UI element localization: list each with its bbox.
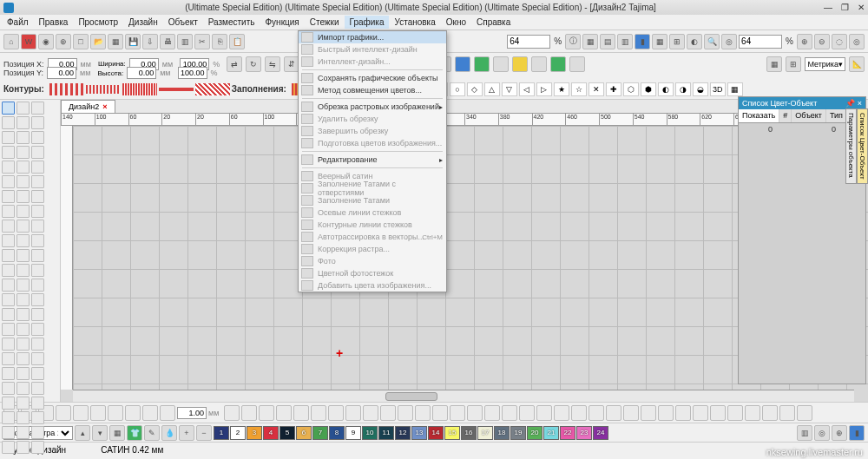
tool-21[interactable] bbox=[2, 205, 15, 218]
tool-26[interactable] bbox=[31, 220, 44, 233]
color-swatch-3[interactable]: 3 bbox=[247, 426, 262, 440]
tool-50[interactable] bbox=[31, 338, 44, 351]
tool-22[interactable] bbox=[16, 205, 30, 218]
tool-60[interactable] bbox=[2, 397, 15, 410]
tool-54[interactable] bbox=[2, 367, 15, 380]
color-swatch-14[interactable]: 14 bbox=[428, 426, 444, 440]
color-swatch-22[interactable]: 22 bbox=[560, 426, 575, 440]
tool-33[interactable] bbox=[2, 264, 15, 277]
maximize-button[interactable]: ❐ bbox=[841, 3, 849, 12]
bottom-tool-35[interactable] bbox=[658, 405, 674, 421]
balloon-icon[interactable]: ◉ bbox=[38, 34, 54, 49]
tool-46[interactable] bbox=[16, 323, 30, 336]
tool-70[interactable] bbox=[16, 441, 30, 454]
tool-14[interactable] bbox=[31, 161, 44, 174]
tool-16[interactable] bbox=[16, 175, 30, 188]
fill-pattern-21[interactable]: ◒ bbox=[693, 82, 708, 96]
bottom-tool-42[interactable] bbox=[779, 405, 795, 421]
tool-56[interactable] bbox=[31, 367, 44, 380]
fill-pattern-18[interactable]: ⬢ bbox=[641, 82, 656, 96]
bottom-tool-37[interactable] bbox=[693, 405, 708, 421]
color-swatch-9[interactable]: 9 bbox=[345, 426, 361, 440]
close-button[interactable]: ✕ bbox=[858, 3, 865, 12]
paste-icon[interactable]: 📋 bbox=[229, 34, 245, 49]
menu-правка[interactable]: Правка bbox=[34, 16, 74, 29]
fill-pattern-23[interactable]: ▦ bbox=[727, 82, 743, 96]
palette-spool-icon[interactable]: ▮ bbox=[849, 425, 865, 441]
minimize-button[interactable]: — bbox=[824, 3, 832, 12]
bottom-tool-28[interactable] bbox=[536, 405, 552, 421]
metric-button[interactable]: Метрика ▾ bbox=[805, 57, 845, 71]
palette-end1-icon[interactable]: ▥ bbox=[797, 425, 812, 441]
bottom-tool-4[interactable] bbox=[73, 405, 89, 421]
tool-10[interactable] bbox=[16, 146, 30, 159]
tab-close-icon[interactable]: × bbox=[102, 102, 107, 111]
bottom-tool-38[interactable] bbox=[710, 405, 726, 421]
spacing-input[interactable] bbox=[177, 407, 207, 419]
bottom-tool-20[interactable] bbox=[398, 405, 413, 421]
color-swatch-2[interactable]: 2 bbox=[230, 426, 246, 440]
contour-dashed-icon[interactable] bbox=[49, 83, 84, 95]
color-swatch-12[interactable]: 12 bbox=[395, 426, 411, 440]
zoomout-icon[interactable]: ⊖ bbox=[814, 34, 830, 49]
bottom-tool-13[interactable] bbox=[276, 405, 292, 421]
bottom-tool-33[interactable] bbox=[623, 405, 639, 421]
tool-40[interactable] bbox=[16, 293, 30, 306]
palette-tshirt-icon[interactable]: 👕 bbox=[127, 425, 142, 441]
tool-3[interactable] bbox=[2, 116, 15, 129]
bottom-tool-17[interactable] bbox=[345, 405, 361, 421]
color-swatch-5[interactable]: 5 bbox=[279, 426, 295, 440]
ruler-icon[interactable]: ⊞ bbox=[669, 34, 685, 49]
menu-item-4[interactable]: Сохранять графические объекты bbox=[299, 72, 446, 84]
tool-51[interactable] bbox=[2, 352, 15, 365]
tool-9[interactable] bbox=[2, 146, 15, 159]
bottom-tool-14[interactable] bbox=[293, 405, 309, 421]
color-swatch-16[interactable]: 16 bbox=[461, 426, 477, 440]
palette-tool1-icon[interactable]: ▦ bbox=[109, 425, 125, 441]
tool-11[interactable] bbox=[31, 146, 44, 159]
tool-38[interactable] bbox=[31, 279, 44, 292]
tool-19[interactable] bbox=[16, 190, 30, 203]
tool-63[interactable] bbox=[2, 411, 15, 424]
color-swatch-13[interactable]: 13 bbox=[411, 426, 427, 440]
color-swatch-1[interactable]: 1 bbox=[214, 426, 229, 440]
bottom-tool-30[interactable] bbox=[571, 405, 587, 421]
bottom-tool-39[interactable] bbox=[727, 405, 743, 421]
menu-item-12[interactable]: Редактирование▸ bbox=[299, 154, 446, 166]
brand-icon[interactable]: W bbox=[21, 34, 36, 49]
panel-col-2[interactable]: Объект bbox=[792, 109, 826, 122]
menu-объект[interactable]: Объект bbox=[163, 16, 203, 29]
bottom-tool-40[interactable] bbox=[745, 405, 760, 421]
palette-add-icon[interactable]: + bbox=[179, 425, 194, 441]
color-swatch-8[interactable]: 8 bbox=[329, 426, 345, 440]
bottom-tool-21[interactable] bbox=[415, 405, 431, 421]
contour-diag-icon[interactable] bbox=[195, 83, 230, 95]
menu-файл[interactable]: Файл bbox=[2, 16, 34, 29]
color-swatch-24[interactable]: 24 bbox=[593, 426, 608, 440]
measure-icon[interactable]: 📐 bbox=[849, 56, 865, 72]
tool-25[interactable] bbox=[16, 220, 30, 233]
menu-item-5[interactable]: Метод совмещения цветов... bbox=[299, 84, 446, 96]
menu-дизайн[interactable]: Дизайн bbox=[123, 16, 163, 29]
bottom-tool-10[interactable] bbox=[224, 405, 240, 421]
pcth-input[interactable] bbox=[178, 67, 207, 79]
tool-17[interactable] bbox=[31, 175, 44, 188]
rotate-icon[interactable]: ↻ bbox=[246, 56, 261, 72]
grid-opts-icon[interactable]: ▦ bbox=[766, 56, 782, 72]
color-swatch-18[interactable]: 18 bbox=[494, 426, 510, 440]
palette-nav-down-icon[interactable]: ▾ bbox=[92, 425, 108, 441]
copy-icon[interactable]: ⎘ bbox=[212, 34, 227, 49]
color-swatch-20[interactable]: 20 bbox=[527, 426, 542, 440]
color-swatch-10[interactable]: 10 bbox=[362, 426, 378, 440]
save-icon[interactable]: 💾 bbox=[125, 34, 141, 49]
tool-15[interactable] bbox=[2, 175, 15, 188]
thread-icon[interactable]: ▮ bbox=[635, 34, 650, 49]
bottom-tool-41[interactable] bbox=[762, 405, 778, 421]
tool-59[interactable] bbox=[31, 382, 44, 395]
lock-aspect-icon[interactable]: ⇄ bbox=[227, 56, 242, 72]
bottom-tool-23[interactable] bbox=[450, 405, 465, 421]
palette-end3-icon[interactable]: ⊕ bbox=[832, 425, 847, 441]
fill-pattern-17[interactable]: ⬡ bbox=[623, 82, 639, 96]
scrollbar-thumb[interactable] bbox=[385, 392, 437, 401]
snap-icon[interactable]: ⊞ bbox=[786, 56, 801, 72]
